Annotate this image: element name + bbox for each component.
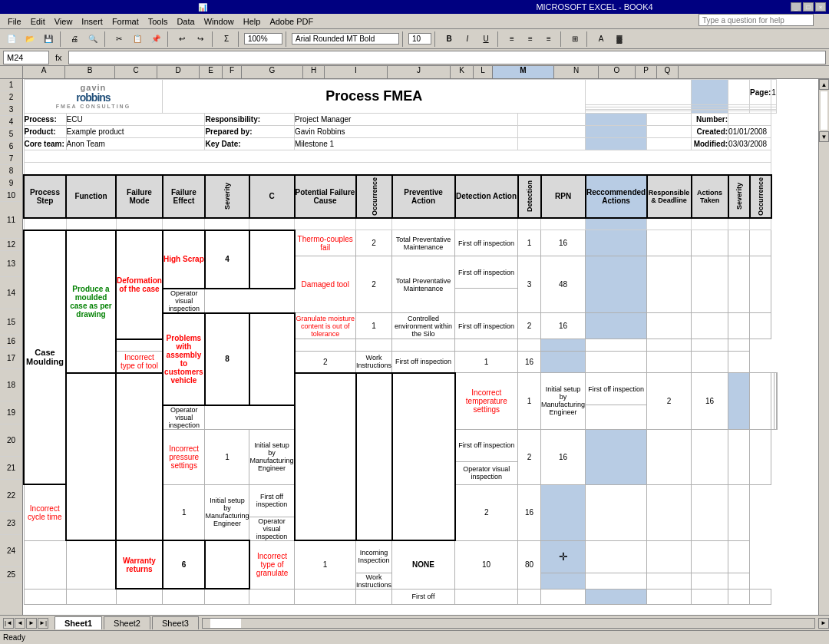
- cell-q-26[interactable]: [750, 589, 771, 604]
- col-header-h[interactable]: H: [303, 66, 325, 78]
- cell-o-22[interactable]: [647, 484, 692, 540]
- menu-format[interactable]: Format: [107, 15, 144, 28]
- cell-k-26[interactable]: [518, 589, 541, 604]
- cell-j-26[interactable]: [455, 589, 518, 604]
- row-header-21[interactable]: 21: [0, 457, 22, 480]
- cell-h-26[interactable]: [356, 589, 392, 604]
- cell-n-20[interactable]: [647, 429, 692, 484]
- ask-question-input[interactable]: [699, 14, 814, 26]
- open-btn[interactable]: 📂: [21, 31, 38, 47]
- cell-m-15[interactable]: [586, 313, 647, 339]
- menu-file[interactable]: File: [3, 15, 26, 28]
- cell-q-14[interactable]: [750, 256, 771, 313]
- cell-g-16[interactable]: [116, 339, 163, 352]
- number-value[interactable]: [728, 114, 771, 126]
- row-header-18[interactable]: 18: [0, 369, 22, 401]
- paste-btn[interactable]: 📌: [147, 31, 164, 47]
- print-btn[interactable]: 🖨: [66, 31, 83, 47]
- align-center-btn[interactable]: ≡: [522, 31, 539, 47]
- cell-p-26[interactable]: [728, 589, 750, 604]
- cell-o-20[interactable]: [692, 429, 728, 484]
- cell-m-26[interactable]: [586, 589, 647, 604]
- cell-l-12[interactable]: [541, 218, 586, 230]
- cell-n-24[interactable]: [586, 540, 647, 573]
- cell-i-12[interactable]: [392, 218, 455, 230]
- cell-a-26[interactable]: [24, 589, 66, 604]
- cell-m-18[interactable]: [728, 373, 750, 430]
- italic-btn[interactable]: I: [459, 31, 476, 47]
- col-header-m[interactable]: M: [493, 66, 554, 78]
- underline-btn[interactable]: U: [477, 31, 494, 47]
- sum-btn[interactable]: Σ: [218, 31, 235, 47]
- cell-o-14[interactable]: [692, 256, 728, 313]
- cell-b-26[interactable]: [66, 589, 116, 604]
- col-header-n[interactable]: N: [554, 66, 599, 78]
- cell-n-18[interactable]: [750, 373, 771, 430]
- empty-n-8[interactable]: [647, 138, 692, 150]
- row-header-19[interactable]: 19: [0, 401, 22, 424]
- row-header-7[interactable]: 7: [0, 153, 22, 165]
- row-header-12[interactable]: 12: [0, 239, 22, 251]
- align-left-btn[interactable]: ≡: [504, 31, 520, 47]
- cell-p-17[interactable]: [692, 352, 728, 373]
- menu-tools[interactable]: Tools: [144, 15, 173, 28]
- row-header-10[interactable]: 10: [0, 190, 22, 202]
- cell-k-16[interactable]: [455, 339, 518, 352]
- fill-color-btn[interactable]: ▓: [611, 31, 628, 47]
- row-header-20[interactable]: 20: [0, 424, 22, 457]
- cell-n-12[interactable]: [647, 218, 692, 230]
- menu-edit[interactable]: Edit: [26, 15, 50, 28]
- cell-n-17[interactable]: [586, 352, 647, 373]
- cell-p-25[interactable]: [692, 573, 728, 589]
- copy-btn[interactable]: 📋: [129, 31, 146, 47]
- cell-h-12[interactable]: [356, 218, 392, 230]
- cell-o-25[interactable]: [647, 573, 692, 589]
- cell-f-26[interactable]: [249, 589, 295, 604]
- cell-b-24[interactable]: [24, 540, 66, 589]
- cell-q-22[interactable]: [728, 484, 750, 540]
- row-header-1[interactable]: 1: [0, 79, 22, 91]
- cell-f-12[interactable]: [249, 218, 295, 230]
- cell-o-12[interactable]: [692, 218, 728, 230]
- empty-n-6[interactable]: [647, 114, 692, 126]
- cell-j-12[interactable]: [455, 218, 518, 230]
- row-header-24[interactable]: 24: [0, 535, 22, 567]
- row-header-13[interactable]: 13: [0, 251, 22, 277]
- cut-btn[interactable]: ✂: [111, 31, 127, 47]
- sheet-tab-1[interactable]: Sheet1: [54, 616, 102, 629]
- cell-c-13[interactable]: [249, 230, 295, 289]
- col-header-e[interactable]: E: [200, 66, 223, 78]
- row-header-15[interactable]: 15: [0, 309, 22, 335]
- col-header-q[interactable]: Q: [657, 66, 679, 78]
- cell-q-16[interactable]: [728, 339, 750, 352]
- menu-help[interactable]: Help: [239, 15, 266, 28]
- menu-data[interactable]: Data: [172, 15, 199, 28]
- cell-p-14[interactable]: [728, 256, 750, 313]
- col-header-b[interactable]: B: [65, 66, 115, 78]
- cell-n-16[interactable]: [586, 339, 647, 352]
- row-header-11[interactable]: 11: [0, 202, 22, 239]
- new-btn[interactable]: 📄: [3, 31, 20, 47]
- cell-n-14[interactable]: [647, 256, 692, 313]
- cell-m-14[interactable]: [586, 256, 647, 313]
- maximize-btn[interactable]: □: [803, 2, 814, 12]
- cell-m-22[interactable]: [541, 484, 586, 540]
- cell-h-16[interactable]: [295, 339, 356, 352]
- cell-p-15[interactable]: [728, 313, 750, 339]
- cell-c-12[interactable]: [116, 218, 163, 230]
- scroll-up-btn[interactable]: ▲: [819, 79, 829, 90]
- cell-l-26[interactable]: [541, 589, 586, 604]
- cell-n-15[interactable]: [647, 313, 692, 339]
- row-header-6[interactable]: 6: [0, 140, 22, 153]
- empty-m-7[interactable]: [586, 126, 647, 138]
- cell-e-26[interactable]: [205, 589, 249, 604]
- cell-b-12[interactable]: [66, 218, 116, 230]
- empty-m-6[interactable]: [586, 114, 647, 126]
- cell-o-13[interactable]: [692, 230, 728, 256]
- cell-j-16[interactable]: [392, 339, 455, 352]
- font-size-input[interactable]: [408, 33, 431, 45]
- col-header-o[interactable]: O: [599, 66, 636, 78]
- cell-o-26[interactable]: [692, 589, 728, 604]
- scroll-down-btn[interactable]: ▼: [819, 131, 829, 142]
- cell-q-13[interactable]: [750, 230, 771, 256]
